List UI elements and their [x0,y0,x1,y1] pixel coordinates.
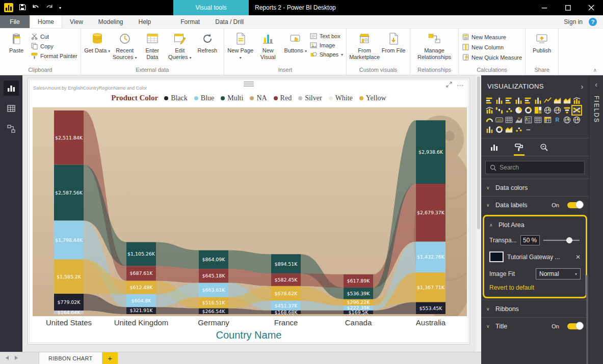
section-data-colors[interactable]: ∨ Data colors [481,179,589,196]
model-view-button[interactable] [4,121,19,136]
table-icon[interactable] [534,116,542,124]
custom-visual-3-icon[interactable] [505,125,513,134]
shape-map-icon[interactable] [572,116,581,124]
search-input[interactable] [500,164,580,171]
help-icon[interactable]: ? [589,18,597,26]
new-visual-button[interactable]: New Visual [255,31,281,61]
scrollbar-thumb[interactable] [477,76,480,229]
remove-image-button[interactable]: ✕ [575,254,581,261]
legend-item-multi[interactable]: Multi [221,94,243,102]
manage-relationships-button[interactable]: Manage Relationships [413,31,455,61]
more-visuals-icon[interactable]: ••• [524,125,533,134]
tab-modeling[interactable]: Modeling [91,15,131,28]
text-box-button[interactable]: Text box [310,33,343,39]
section-plot-area[interactable]: ∧ Plot Area [484,216,586,234]
tab-file[interactable]: File [0,15,30,28]
close-button[interactable] [580,0,603,15]
stacked-column-chart-icon[interactable] [495,96,504,105]
report-page[interactable]: ⋯ SalesAmount by EnglishCountryRegionNam… [28,78,470,345]
clustered-column-chart-icon[interactable] [514,96,523,105]
fields-panel-collapsed[interactable]: ‹ FIELDS [589,75,603,364]
data-labels-toggle[interactable] [567,202,583,208]
matrix-icon[interactable] [543,116,552,124]
revert-to-default-link[interactable]: Revert to default [484,284,586,297]
tab-data-drill[interactable]: Data / Drill [207,15,251,28]
edit-queries-button[interactable]: Edit Queries ▾ [167,31,193,61]
custom-visual-1-icon[interactable] [485,125,494,134]
pie-chart-icon[interactable] [514,106,523,115]
legend-item-black[interactable]: Black [164,94,188,102]
ribbon-chart-visual[interactable]: ⋯ SalesAmount by EnglishCountryRegionNam… [29,79,468,343]
line-and-clustered-column-chart-icon[interactable] [485,106,494,115]
tab-home[interactable]: Home [30,15,62,28]
format-pane-tab[interactable] [514,141,525,156]
from-marketplace-button[interactable]: From Marketplace [350,31,379,61]
toolbar-options-caret-icon[interactable]: ▾ [59,6,61,10]
format-painter-button[interactable]: Format Painter [31,52,77,59]
previous-page-arrow-icon[interactable] [5,355,9,362]
title-toggle[interactable] [567,323,583,329]
sign-in-button[interactable]: Sign in [564,18,583,25]
refresh-button[interactable]: Refresh [194,31,221,54]
treemap-icon[interactable] [534,106,542,115]
100-stacked-column-chart-icon[interactable] [534,96,542,105]
scatter-chart-icon[interactable] [505,106,513,115]
minimize-button[interactable] [533,0,556,15]
enter-data-button[interactable]: Enter Data [139,31,166,61]
slider-knob[interactable] [566,237,572,243]
stacked-bar-chart-icon[interactable] [485,96,494,105]
legend-item-blue[interactable]: Blue [194,94,214,102]
section-data-labels[interactable]: ∨ Data labels On [481,196,589,213]
paste-button[interactable]: Paste [3,31,30,54]
add-page-button[interactable]: + [102,352,118,364]
legend-item-red[interactable]: Red [274,94,292,102]
clustered-bar-chart-icon[interactable] [505,96,513,105]
from-file-button[interactable]: From File [380,31,407,54]
transparency-input[interactable]: 50 % [520,235,540,245]
custom-visual-4-icon[interactable] [514,125,523,134]
canvas-vertical-scrollbar[interactable] [476,75,481,352]
fields-pane-tab[interactable] [489,141,500,156]
next-page-arrow-icon[interactable] [14,355,18,362]
plot-image-thumbnail[interactable] [489,251,504,262]
data-view-button[interactable] [4,101,19,116]
kpi-icon[interactable]: 12 [514,116,523,124]
section-title[interactable]: ∨ Title On [481,317,589,334]
donut-chart-icon[interactable] [524,106,533,115]
publish-button[interactable]: Publish [529,31,555,54]
new-measure-button[interactable]: New Measure [462,34,522,40]
expand-fields-icon[interactable]: ‹ [595,80,597,89]
shapes-button[interactable]: Shapes ▾ [310,51,343,58]
100-stacked-bar-chart-icon[interactable] [524,96,533,105]
tab-help[interactable]: Help [131,15,159,28]
tab-format[interactable]: Format [173,15,207,28]
legend-item-silver[interactable]: Silver [298,94,322,102]
focus-mode-icon[interactable] [446,81,452,89]
get-data-button[interactable]: Get Data ▾ [84,31,111,54]
new-column-button[interactable]: New Column [462,44,522,50]
maximize-button[interactable] [556,0,580,15]
funnel-chart-icon[interactable] [563,106,571,115]
ribbon-chart-plot[interactable]: $2,511.84K$2,587.56K$1,798.44K$1,585.2K$… [33,107,467,316]
card-icon[interactable]: 123 [495,116,504,124]
image-button[interactable]: Image [310,42,343,48]
buttons-button[interactable]: Buttons ▾ [282,31,309,54]
panel-scrollbar[interactable] [586,275,588,364]
copy-button[interactable]: Copy [31,43,77,49]
ribbon-chart-icon[interactable] [572,106,581,115]
collapse-ribbon-button[interactable]: ∧ [593,67,597,73]
analytics-pane-tab[interactable] [539,141,549,156]
recent-sources-button[interactable]: Recent Sources ▾ [112,31,138,61]
line-and-stacked-column-chart-icon[interactable] [572,96,581,105]
custom-visual-2-icon[interactable] [495,125,504,134]
report-view-button[interactable] [4,80,19,96]
map-icon[interactable] [543,106,552,115]
new-page-button[interactable]: New Page ▾ [227,31,254,61]
multi-row-card-icon[interactable] [505,116,513,124]
image-fit-dropdown[interactable]: Normal ▾ [536,268,581,279]
stacked-area-chart-icon[interactable] [563,96,571,105]
legend-item-yellow[interactable]: Yellow [359,94,386,102]
visual-drag-handle-icon[interactable] [244,81,254,87]
line-chart-icon[interactable] [543,96,552,105]
waterfall-chart-icon[interactable] [495,106,504,115]
